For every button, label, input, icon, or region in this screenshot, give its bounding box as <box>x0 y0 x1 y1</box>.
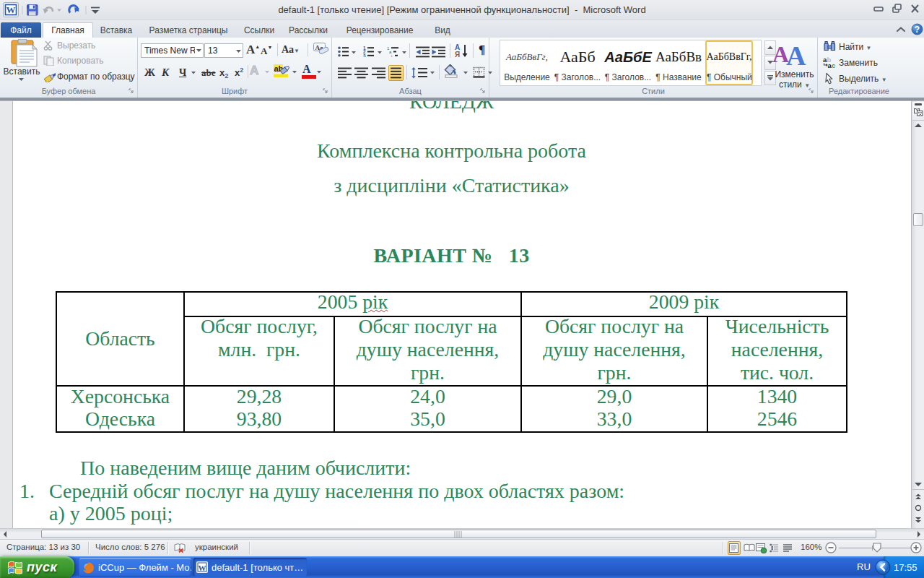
svg-text:3: 3 <box>363 53 366 58</box>
svg-text:Я: Я <box>455 51 460 59</box>
svg-text:?: ? <box>915 25 920 35</box>
svg-text:A: A <box>786 41 806 69</box>
svg-text:c: c <box>832 61 835 69</box>
svg-text:i: i <box>391 54 392 58</box>
svg-text:W: W <box>199 564 206 572</box>
